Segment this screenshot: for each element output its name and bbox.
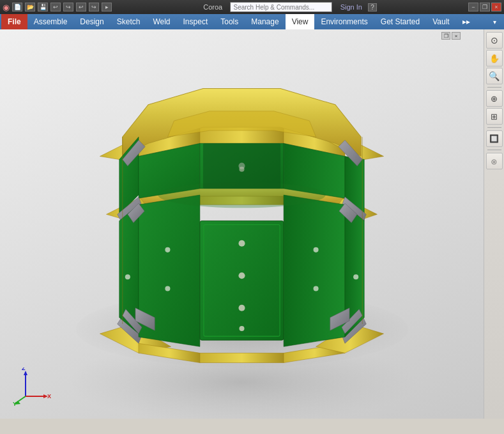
panel-dot-center-4 bbox=[239, 326, 244, 331]
menu-inspect[interactable]: Inspect bbox=[177, 14, 215, 29]
title-bar-right: − ❐ × bbox=[468, 3, 501, 12]
green-panel-center-main bbox=[200, 221, 284, 340]
restore-button[interactable]: ❐ bbox=[480, 3, 490, 12]
new-btn[interactable]: 📄 bbox=[12, 3, 22, 12]
svg-text:Y: Y bbox=[13, 401, 17, 406]
panel-dot-right bbox=[353, 274, 358, 279]
main-area: ❐ × bbox=[0, 29, 504, 419]
menu-manage[interactable]: Manage bbox=[245, 14, 285, 29]
title-bar-center: Coroa Sign In ? bbox=[112, 2, 468, 12]
z-arrow bbox=[24, 371, 27, 375]
redo2-btn[interactable]: ↪ bbox=[89, 3, 99, 12]
panel-dot-lower-left-1 bbox=[165, 247, 170, 252]
open-btn[interactable]: 📂 bbox=[25, 3, 35, 12]
look-at-button[interactable]: ⊞ bbox=[486, 108, 503, 125]
panel-dot-lower-right-2 bbox=[314, 286, 319, 291]
title-bar-left: ◉ 📄 📂 💾 ↩ ↪ ↩ ↪ ▸ bbox=[3, 3, 112, 12]
extra-button[interactable]: ◎ bbox=[486, 153, 503, 169]
pan-button[interactable]: ✋ bbox=[486, 50, 503, 66]
panel-dot-center-3 bbox=[238, 305, 245, 311]
panel-dot-center-1 bbox=[238, 240, 245, 247]
menu-sketch[interactable]: Sketch bbox=[111, 14, 147, 29]
redo-btn[interactable]: ↪ bbox=[63, 3, 73, 12]
app-title: Coroa bbox=[203, 3, 222, 11]
svg-text:Z: Z bbox=[22, 368, 26, 371]
menu-bar: File Assemble Design Sketch Weld Inspect… bbox=[0, 14, 504, 29]
zoom-all-button[interactable]: ⊕ bbox=[486, 90, 503, 107]
menu-design[interactable]: Design bbox=[73, 14, 110, 29]
menu-view[interactable]: View bbox=[286, 14, 315, 29]
save-btn[interactable]: 💾 bbox=[38, 3, 48, 12]
model-svg bbox=[0, 29, 484, 419]
help-btn[interactable]: ? bbox=[368, 3, 377, 12]
search-input[interactable] bbox=[230, 2, 332, 12]
back-panel-hint bbox=[203, 143, 280, 189]
app-icon: ◉ bbox=[3, 3, 10, 12]
more-btn[interactable]: ▸ bbox=[102, 3, 112, 12]
panel-dot-lower-left-2 bbox=[165, 286, 170, 291]
display-button[interactable]: 🔲 bbox=[486, 130, 503, 147]
orbit-button[interactable]: ⊙ bbox=[486, 32, 503, 49]
coordinate-axes: Z X Y bbox=[13, 368, 51, 406]
close-button[interactable]: × bbox=[491, 3, 501, 12]
svg-text:X: X bbox=[47, 393, 51, 399]
shadow-ellipse bbox=[68, 340, 416, 419]
panel-dot-left bbox=[125, 274, 130, 279]
menu-get-started[interactable]: Get Started bbox=[374, 14, 426, 29]
viewport[interactable]: ❐ × bbox=[0, 29, 484, 419]
menu-extra-arrow[interactable]: ▾ bbox=[487, 14, 503, 29]
title-bar: ◉ 📄 📂 💾 ↩ ↪ ↩ ↪ ▸ Coroa Sign In ? − ❐ × bbox=[0, 0, 504, 14]
undo2-btn[interactable]: ↩ bbox=[76, 3, 86, 12]
rt-sep-3 bbox=[487, 150, 501, 150]
right-toolbar: ⊙ ✋ 🔍 ⊕ ⊞ 🔲 ◎ bbox=[484, 29, 504, 419]
minimize-button[interactable]: − bbox=[468, 3, 478, 12]
panel-dot-lower-right-1 bbox=[314, 247, 319, 252]
menu-environments[interactable]: Environments bbox=[314, 14, 374, 29]
signin-link[interactable]: Sign In bbox=[340, 3, 362, 11]
rt-sep-1 bbox=[487, 87, 501, 88]
zoom-button[interactable]: 🔍 bbox=[486, 68, 503, 84]
back-panel-dot bbox=[239, 167, 244, 172]
menu-vault[interactable]: Vault bbox=[426, 14, 455, 29]
bottom-ring-seg3 bbox=[200, 353, 284, 362]
menu-tools[interactable]: Tools bbox=[214, 14, 245, 29]
undo-btn[interactable]: ↩ bbox=[50, 3, 61, 12]
menu-more[interactable]: ▸▸ bbox=[456, 14, 477, 29]
menu-file[interactable]: File bbox=[1, 14, 27, 29]
panel-dot-center-2 bbox=[238, 272, 245, 279]
menu-assemble[interactable]: Assemble bbox=[27, 14, 74, 29]
menu-weld[interactable]: Weld bbox=[146, 14, 176, 29]
rt-sep-2 bbox=[487, 127, 501, 128]
